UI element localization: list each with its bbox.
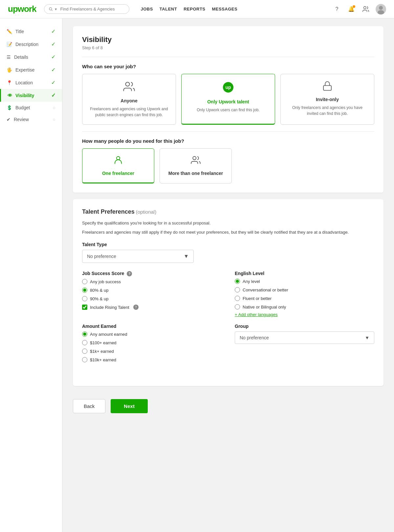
group-select[interactable]: No preference ▼: [235, 331, 374, 344]
main-nav: JOBS TALENT REPORTS MESSAGES: [141, 7, 237, 11]
english-level-col: English Level Any level Conversational o…: [235, 271, 374, 317]
radio-any-level-label: Any level: [243, 279, 260, 284]
radio-any-success-input[interactable]: [82, 279, 87, 284]
talent-type-label: Talent Type: [82, 242, 374, 247]
radio-90up[interactable]: 90% & up: [82, 296, 222, 301]
user-avatar[interactable]: [376, 4, 386, 14]
add-languages-link[interactable]: + Add other languages: [235, 312, 277, 317]
sidebar-item-title[interactable]: ✏️ Title ✓: [0, 25, 62, 38]
svg-point-3: [378, 10, 384, 14]
people-option-many[interactable]: More than one freelancer: [160, 148, 232, 183]
radio-1kplus[interactable]: $1k+ earned: [82, 349, 222, 354]
search-bar[interactable]: ▾: [44, 4, 129, 14]
radio-native-input[interactable]: [235, 304, 240, 309]
help-icon[interactable]: ?: [332, 5, 341, 14]
radio-1kplus-label: $1k+ earned: [90, 349, 114, 354]
amount-earned-options: Any amount earned $100+ earned $1k+ earn…: [82, 331, 222, 362]
group-value: No preference: [240, 335, 269, 340]
group-arrow: ▼: [365, 335, 369, 340]
one-person-icon: [88, 155, 149, 167]
radio-conversational-input[interactable]: [235, 287, 240, 292]
radio-any-success[interactable]: Any job success: [82, 279, 222, 284]
radio-fluent-input[interactable]: [235, 296, 240, 301]
search-dropdown-arrow[interactable]: ▾: [55, 7, 57, 11]
next-button[interactable]: Next: [111, 399, 148, 413]
invite-desc: Only freelancers and agencies you have i…: [286, 105, 369, 117]
sidebar-item-visibility[interactable]: 👁 Visibility ✓: [0, 89, 62, 102]
radio-10kplus-input[interactable]: [82, 357, 87, 362]
check-title: ✓: [51, 28, 55, 34]
visibility-option-upwork[interactable]: up Only Upwork talent Only Upwork users …: [181, 74, 275, 125]
nav-messages[interactable]: MESSAGES: [212, 7, 238, 11]
svg-rect-5: [323, 86, 331, 91]
switch-account-icon[interactable]: [361, 5, 370, 14]
search-input[interactable]: [60, 7, 124, 11]
nav-reports[interactable]: REPORTS: [184, 7, 205, 11]
radio-10kplus[interactable]: $10k+ earned: [82, 357, 222, 362]
radio-80up-label: 80% & up: [90, 288, 108, 293]
sidebar-item-expertise[interactable]: 🖐 Expertise ✓: [0, 63, 62, 76]
job-success-help-icon[interactable]: ?: [127, 271, 132, 276]
checkbox-rising-talent[interactable]: Include Rising Talent ?: [82, 305, 222, 310]
doc-icon: 📝: [7, 42, 12, 47]
svg-point-7: [193, 157, 196, 160]
visibility-option-anyone[interactable]: Anyone Freelancers and agencies using Up…: [82, 74, 176, 125]
sidebar-item-budget[interactable]: 💲 Budget ○: [0, 102, 62, 114]
sidebar-item-description[interactable]: 📝 Description ✓: [0, 38, 62, 51]
talent-type-select[interactable]: No preference ▼: [82, 250, 194, 263]
upwork-title: Only Upwork talent: [187, 99, 270, 104]
sidebar-item-review[interactable]: ✔ Review ○: [0, 114, 62, 125]
header-right: ? 🔔: [332, 4, 386, 14]
radio-any-level-input[interactable]: [235, 279, 240, 284]
people-option-one[interactable]: One freelancer: [82, 148, 154, 183]
radio-fluent[interactable]: Fluent or better: [235, 296, 374, 301]
rising-talent-help-icon[interactable]: ?: [133, 305, 139, 310]
check-review: ○: [53, 117, 55, 122]
pin-icon: 📍: [7, 80, 12, 85]
checkbox-rising-talent-input[interactable]: [82, 305, 87, 310]
talent-type-arrow: ▼: [184, 253, 189, 259]
radio-any-amount[interactable]: Any amount earned: [82, 331, 222, 337]
radio-conversational-label: Conversational or better: [243, 287, 288, 292]
radio-80up[interactable]: 80% & up: [82, 287, 222, 293]
radio-100plus-input[interactable]: [82, 340, 87, 345]
back-button[interactable]: Back: [73, 399, 105, 413]
sidebar-label-details: Details: [14, 54, 28, 60]
nav-jobs[interactable]: JOBS: [141, 7, 153, 11]
radio-any-amount-input[interactable]: [82, 331, 87, 337]
check-expertise: ✓: [51, 67, 55, 73]
english-level-label: English Level: [235, 271, 374, 276]
amount-earned-label: Amount Earned: [82, 324, 222, 329]
checkbox-rising-talent-label: Include Rising Talent: [90, 305, 129, 310]
search-icon: [49, 7, 53, 11]
step-sub: Step 6 of 8: [82, 45, 374, 50]
check-location: ✓: [51, 79, 55, 86]
notifications-icon[interactable]: 🔔: [347, 5, 356, 14]
sidebar-label-budget: Budget: [15, 105, 30, 110]
radio-conversational[interactable]: Conversational or better: [235, 287, 374, 292]
radio-native[interactable]: Native or Bilingual only: [235, 304, 374, 309]
how-many-label: How many people do you need for this job…: [82, 138, 374, 144]
radio-100plus[interactable]: $100+ earned: [82, 340, 222, 345]
visibility-option-invite[interactable]: Invite-only Only freelancers and agencie…: [280, 74, 374, 125]
talent-preferences-card: Talent Preferences (optional) Specify th…: [73, 199, 383, 386]
job-success-label: Job Success Score ?: [82, 271, 222, 276]
sidebar-label-description: Description: [15, 42, 38, 47]
check-details: ✓: [51, 54, 55, 60]
upwork-icon: up: [187, 81, 270, 96]
radio-1kplus-input[interactable]: [82, 349, 87, 354]
radio-any-level[interactable]: Any level: [235, 279, 374, 284]
nav-talent[interactable]: TALENT: [160, 7, 177, 11]
group-label: Group: [235, 324, 374, 329]
checkmark-icon: ✔: [7, 117, 11, 122]
radio-90up-input[interactable]: [82, 296, 87, 301]
visibility-card: Visibility Step 6 of 8 Who can see your …: [73, 26, 383, 193]
sidebar-item-details[interactable]: ☰ Details ✓: [0, 51, 62, 63]
sidebar-item-location[interactable]: 📍 Location ✓: [0, 76, 62, 89]
job-success-col: Job Success Score ? Any job success 80% …: [82, 271, 222, 317]
visibility-options: Anyone Freelancers and agencies using Up…: [82, 74, 374, 125]
upwork-desc: Only Upwork users can find this job.: [187, 107, 270, 113]
amount-earned-col: Amount Earned Any amount earned $100+ ea…: [82, 324, 222, 362]
people-options: One freelancer More than one freelancer: [82, 148, 374, 183]
radio-80up-input[interactable]: [82, 287, 87, 293]
